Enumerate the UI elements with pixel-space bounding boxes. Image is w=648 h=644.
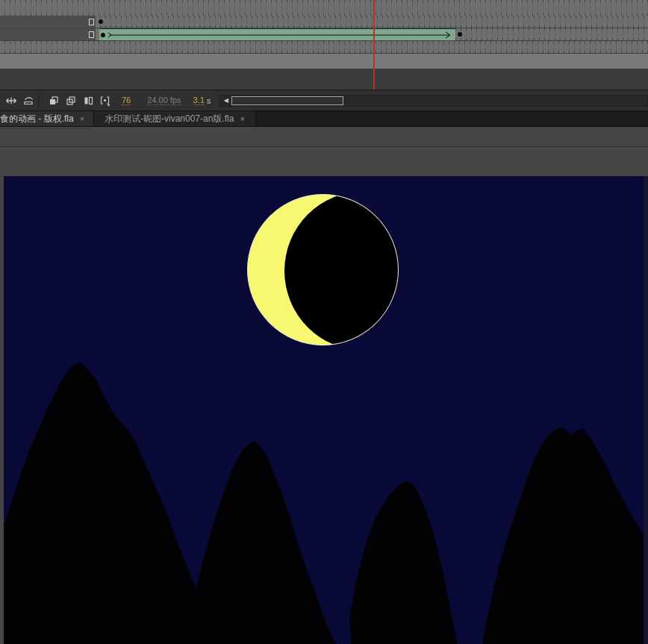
empty-frames[interactable] [0,41,648,53]
tab-eclipse-document[interactable]: 日食的动画 - 版权.fla × [0,111,94,126]
current-frame-value[interactable]: 76 [122,96,131,105]
panel-divider [0,146,648,147]
timeline-panel [0,0,648,90]
timeline-ruler[interactable] [0,0,648,16]
timeline-lower-gutter [0,69,648,90]
document-workarea [0,127,648,644]
modify-markers-button[interactable] [99,94,111,107]
document-tab-bar: 日食的动画 - 版权.fla × 水印测试-昵图-vivan007-an版.fl… [0,110,648,127]
motion-tween-span[interactable] [99,28,455,40]
mountain-second[interactable] [196,441,336,644]
tween-arrow-icon [99,29,455,40]
onion-skin-icon [48,95,60,107]
tab-watermark-document[interactable]: 水印测试-昵图-vivan007-an版.fla × [94,111,256,126]
mountains-silhouette[interactable] [4,176,644,644]
layer-1-pane[interactable] [0,16,96,28]
keyframe-icon[interactable] [99,19,103,24]
tab-label: 水印测试-昵图-vivan007-an版.fla [105,113,234,125]
elapsed-time-value[interactable]: 3.1 [193,96,205,105]
mountain-left[interactable] [4,362,199,644]
timeline-scrollbar[interactable]: ◀ [219,95,648,107]
layer-1-outline-color-swatch[interactable] [89,19,94,25]
end-keyframe-icon[interactable] [458,32,462,37]
loop-button[interactable] [22,94,34,107]
edit-multiple-frames-button[interactable] [81,94,94,107]
onion-skin-outlines-button[interactable] [64,94,77,107]
modify-markers-icon [99,95,111,107]
mountain-small-middle[interactable] [349,481,458,644]
onion-skin-button[interactable] [47,94,60,107]
playhead[interactable] [373,0,375,90]
tab-label: 日食的动画 - 版权.fla [0,113,74,125]
loop-icon [22,95,34,107]
close-icon[interactable]: × [80,114,84,123]
center-frame-button[interactable] [4,94,17,107]
mountain-right[interactable] [482,427,644,644]
timeline-empty-row[interactable] [0,41,648,54]
close-icon[interactable]: × [240,114,244,123]
onion-skin-outlines-icon [65,95,77,107]
elapsed-time-unit: s [207,96,211,105]
layer-2-outline-color-swatch[interactable] [89,31,94,38]
timeline-toolbar: 76 24.00 fps 3.1 s ◀ [0,90,648,110]
layer-1-frames[interactable] [96,16,648,28]
timeline-layer-row-2 [0,28,648,41]
timeline-layer-row-1 [0,16,648,28]
stage-right-edge [644,176,648,644]
frame-rate-value[interactable]: 24.00 fps [147,96,181,105]
scrollbar-thumb[interactable] [231,96,343,105]
layer-2-frames[interactable] [96,28,648,40]
center-frame-icon [5,95,17,107]
timeline-empty-area[interactable] [0,54,648,69]
layer-2-pane[interactable] [0,28,96,40]
edit-multiple-frames-icon [82,95,94,107]
toolbar-separator [38,94,39,107]
scroll-left-arrow-icon[interactable]: ◀ [220,96,231,106]
stage-canvas[interactable] [4,176,644,644]
